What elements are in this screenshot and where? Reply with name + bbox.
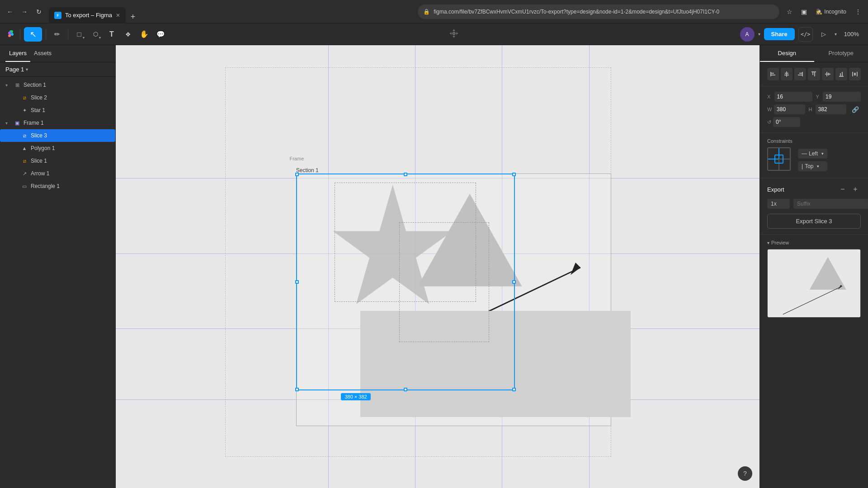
constraints-selects: — Left ▾ | Top ▾ xyxy=(798,149,827,171)
star-button[interactable]: ☆ xyxy=(783,5,796,18)
h-field: H xyxy=(809,104,847,114)
sidebar-toggle[interactable]: ▣ xyxy=(797,5,810,18)
handle-bm[interactable] xyxy=(404,388,407,391)
design-tab[interactable]: Design xyxy=(760,45,814,62)
export-slice-button[interactable]: Export Slice 3 xyxy=(767,214,861,229)
svg-rect-16 xyxy=(814,72,815,76)
active-tab[interactable]: F To export – Figma ✕ xyxy=(49,7,126,23)
main-area: Layers Assets Page 1 ▾ ▾ ⊞ Section 1 ⧄ S xyxy=(0,45,868,488)
code-button[interactable]: </> xyxy=(798,27,813,42)
handle-br[interactable] xyxy=(512,388,516,391)
canvas-area[interactable]: Frame Section 1 xyxy=(116,45,760,488)
new-tab-button[interactable]: + xyxy=(127,11,139,23)
toolbar-sep-2 xyxy=(68,29,68,40)
align-center-h-button[interactable] xyxy=(781,68,793,80)
tab-favicon: F xyxy=(54,12,61,19)
svg-rect-25 xyxy=(854,73,856,75)
handle-bl[interactable] xyxy=(295,388,299,391)
prototype-tab[interactable]: Prototype xyxy=(814,45,868,62)
toolbar: ↖ ✏ □▾ ⬡▾ T ❖ ✋ 💬 A ▾ Share </> ▷ ▾ 100% xyxy=(0,23,868,45)
y-input[interactable] xyxy=(823,92,861,102)
constraint-v-select[interactable]: | Top ▾ xyxy=(798,161,827,171)
toolbar-sep-0 xyxy=(20,29,20,40)
distribute-button[interactable] xyxy=(849,68,861,80)
figma-logo[interactable] xyxy=(5,29,16,40)
comment-tool-button[interactable]: 💬 xyxy=(153,27,168,42)
arrow-tool-button[interactable]: ↖ xyxy=(24,27,42,42)
hand-tool-button[interactable]: ✋ xyxy=(137,27,151,42)
avatar-chevron-button[interactable]: ▾ xyxy=(758,32,760,37)
forward-button[interactable]: → xyxy=(18,5,31,18)
constraints-visual xyxy=(767,147,793,173)
export-minus-button[interactable]: − xyxy=(837,184,848,195)
incognito-badge[interactable]: 🕵 Incognito xyxy=(812,7,850,17)
address-bar[interactable]: 🔒 figma.com/file/bv7ZfBCwxHvmVCxmU1rvzc/… xyxy=(418,5,779,19)
export-plus-button[interactable]: + xyxy=(850,184,861,195)
handle-ml[interactable] xyxy=(295,280,299,284)
align-left-button[interactable] xyxy=(767,68,779,80)
layer-label: Frame 1 xyxy=(24,120,112,126)
layer-item-rect1[interactable]: ▭ Rectangle 1 xyxy=(0,180,115,192)
avatar-button[interactable]: A xyxy=(740,27,755,42)
tab-close-icon[interactable]: ✕ xyxy=(116,12,120,19)
layer-item-slice3[interactable]: ⧄ Slice 3 xyxy=(0,129,115,142)
handle-tr[interactable] xyxy=(512,173,516,176)
tab-layers[interactable]: Layers xyxy=(5,45,30,62)
incognito-icon: 🕵 xyxy=(816,9,822,15)
browser-menu-button[interactable]: ⋮ xyxy=(852,5,864,18)
layer-label: Polygon 1 xyxy=(31,145,112,151)
layer-item-slice1[interactable]: ⧄ Slice 1 xyxy=(0,155,115,167)
align-right-button[interactable] xyxy=(794,68,806,80)
move-icon-button[interactable] xyxy=(448,27,460,41)
tab-assets[interactable]: Assets xyxy=(30,45,55,62)
share-button[interactable]: Share xyxy=(764,28,795,40)
constraint-h-select[interactable]: — Left ▾ xyxy=(798,149,827,159)
rotation-input[interactable] xyxy=(773,117,800,127)
zoom-level-display[interactable]: 100% xyxy=(840,31,863,38)
layer-label: Arrow 1 xyxy=(31,170,112,177)
play-button[interactable]: ▷ xyxy=(816,27,831,42)
layer-item-section1[interactable]: ▾ ⊞ Section 1 xyxy=(0,79,115,91)
layer-label: Slice 3 xyxy=(31,132,112,139)
layer-item-star1[interactable]: ✦ Star 1 xyxy=(0,104,115,117)
h-input[interactable] xyxy=(816,104,846,114)
layer-item-arrow1[interactable]: ↗ Arrow 1 xyxy=(0,167,115,180)
export-scale-input[interactable] xyxy=(767,199,790,209)
svg-rect-8 xyxy=(786,71,787,77)
lock-ratio-button[interactable]: 🔗 xyxy=(850,104,861,114)
svg-rect-22 xyxy=(842,72,843,76)
export-suffix-input[interactable] xyxy=(793,199,868,209)
handle-mr[interactable] xyxy=(512,280,516,284)
svg-rect-19 xyxy=(828,73,829,75)
constraint-h-line-icon: — xyxy=(802,150,807,157)
w-input[interactable] xyxy=(774,104,805,114)
help-button[interactable]: ? xyxy=(738,466,752,481)
browser-chrome: ← → ↻ F To export – Figma ✕ + 🔒 figma.co… xyxy=(0,0,868,23)
toolbar-right: A ▾ Share </> ▷ ▾ 100% xyxy=(740,27,863,42)
section-label: Section 1 xyxy=(296,167,319,174)
pen-tool-button[interactable]: ✏ xyxy=(50,27,64,42)
text-tool-button[interactable]: T xyxy=(104,27,119,42)
tab-title: To export – Figma xyxy=(65,12,112,19)
shape-tool-button[interactable]: □▾ xyxy=(72,27,86,42)
play-chevron-button[interactable]: ▾ xyxy=(835,32,837,37)
x-input[interactable] xyxy=(774,92,812,102)
align-middle-v-button[interactable] xyxy=(822,68,834,80)
back-button[interactable]: ← xyxy=(4,5,16,18)
svg-rect-20 xyxy=(839,76,844,77)
rect-icon: ▭ xyxy=(21,183,28,189)
layer-item-frame1[interactable]: ▾ ▣ Frame 1 xyxy=(0,117,115,129)
component-tool-button[interactable]: ❖ xyxy=(121,27,135,42)
toolbar-sep-1 xyxy=(46,29,46,40)
layer-item-polygon1[interactable]: ▲ Polygon 1 xyxy=(0,142,115,155)
page-name[interactable]: Page 1 xyxy=(5,66,24,73)
y-field: Y xyxy=(816,92,861,102)
refresh-button[interactable]: ↻ xyxy=(33,5,45,18)
align-bottom-button[interactable] xyxy=(835,68,847,80)
vector-tool-button[interactable]: ⬡▾ xyxy=(88,27,103,42)
preview-title-row[interactable]: ▾ Preview xyxy=(767,240,861,245)
layer-item-slice2[interactable]: ⧄ Slice 2 xyxy=(0,91,115,104)
handle-tl[interactable] xyxy=(295,173,299,176)
handle-tm[interactable] xyxy=(404,173,407,176)
align-top-button[interactable] xyxy=(808,68,820,80)
